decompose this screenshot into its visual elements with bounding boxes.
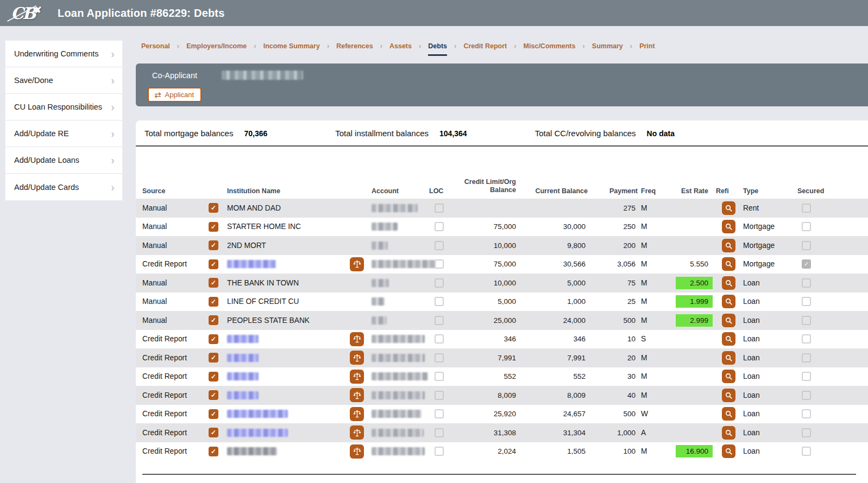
- loc-checkbox[interactable]: [435, 204, 444, 213]
- refi-search-icon[interactable]: [722, 239, 735, 252]
- institution-name-link-redacted[interactable]: [227, 410, 288, 418]
- include-checkbox[interactable]: ✓: [209, 334, 218, 344]
- loc-checkbox[interactable]: [435, 241, 444, 250]
- co-applicant-label: Co-Applicant: [152, 71, 197, 80]
- institution-name-link-redacted[interactable]: [227, 447, 277, 455]
- refi-search-icon[interactable]: [722, 370, 735, 383]
- sidebar-item-add-update-loans[interactable]: Add/Update Loans ›: [5, 147, 122, 174]
- include-checkbox[interactable]: ✓: [209, 353, 218, 363]
- dispute-scales-icon[interactable]: [350, 388, 364, 402]
- sidebar-item-save-done[interactable]: Save/Done ›: [5, 67, 122, 94]
- include-checkbox[interactable]: ✓: [209, 428, 218, 437]
- include-checkbox[interactable]: ✓: [209, 222, 218, 232]
- refi-search-icon[interactable]: [722, 314, 735, 327]
- loc-checkbox[interactable]: [435, 447, 444, 456]
- institution-name-link-redacted[interactable]: [227, 335, 259, 343]
- secured-checkbox[interactable]: [802, 391, 811, 400]
- include-checkbox[interactable]: ✓: [209, 278, 218, 288]
- cell-secured: ✓: [797, 259, 848, 269]
- secured-checkbox[interactable]: ✓: [802, 259, 811, 269]
- tab-personal[interactable]: Personal: [141, 42, 170, 54]
- institution-name-text: PEOPLES STATE BANK: [227, 316, 310, 325]
- dispute-scales-icon[interactable]: [350, 351, 364, 365]
- tab-summary[interactable]: Summary: [592, 42, 623, 54]
- refi-search-icon[interactable]: [722, 389, 735, 402]
- sidebar-menu: Underwriting Comments › Save/Done › CU L…: [5, 41, 122, 200]
- refi-search-icon[interactable]: [722, 257, 735, 271]
- institution-name-link-redacted[interactable]: [227, 354, 259, 362]
- loc-checkbox[interactable]: [435, 353, 444, 363]
- breadcrumb-separator-icon: ›: [630, 42, 632, 50]
- loc-checkbox[interactable]: [435, 259, 444, 269]
- cell-type: Loan: [741, 391, 797, 399]
- include-checkbox[interactable]: ✓: [209, 447, 218, 456]
- refi-search-icon[interactable]: [722, 220, 735, 233]
- loc-checkbox[interactable]: [435, 297, 444, 306]
- institution-name-link-redacted[interactable]: [227, 391, 259, 399]
- include-checkbox[interactable]: ✓: [209, 297, 218, 307]
- secured-checkbox[interactable]: [802, 428, 811, 437]
- secured-checkbox[interactable]: [802, 409, 811, 418]
- cell-loc: [429, 241, 457, 250]
- dispute-scales-icon[interactable]: [350, 444, 364, 459]
- include-checkbox[interactable]: ✓: [209, 390, 218, 400]
- institution-name-link-redacted[interactable]: [227, 260, 276, 268]
- tab-employers-income[interactable]: Employers/Income: [186, 42, 247, 54]
- tab-references[interactable]: References: [336, 42, 373, 54]
- secured-checkbox[interactable]: [802, 204, 811, 213]
- loc-checkbox[interactable]: [435, 222, 444, 231]
- secured-checkbox[interactable]: [802, 353, 811, 363]
- include-checkbox[interactable]: ✓: [209, 240, 218, 250]
- include-checkbox[interactable]: ✓: [209, 259, 218, 269]
- loc-checkbox[interactable]: [435, 391, 444, 400]
- secured-checkbox[interactable]: [802, 447, 811, 456]
- loc-checkbox[interactable]: [435, 409, 444, 418]
- secured-checkbox[interactable]: [802, 222, 811, 231]
- cell-account: [372, 242, 429, 250]
- loc-checkbox[interactable]: [435, 316, 444, 325]
- sidebar-item-underwriting-comments[interactable]: Underwriting Comments ›: [5, 41, 122, 67]
- loc-checkbox[interactable]: [435, 372, 444, 381]
- dispute-scales-icon[interactable]: [350, 425, 364, 440]
- tab-credit-report[interactable]: Credit Report: [463, 42, 507, 54]
- loc-checkbox[interactable]: [435, 278, 444, 288]
- refi-search-icon[interactable]: [722, 426, 735, 440]
- include-checkbox[interactable]: ✓: [209, 315, 218, 325]
- include-checkbox[interactable]: ✓: [209, 203, 218, 213]
- tab-assets[interactable]: Assets: [389, 42, 412, 54]
- sidebar-item-cu-loan-responsibilities[interactable]: CU Loan Responsibilities ›: [5, 94, 122, 120]
- dispute-scales-icon[interactable]: [350, 370, 364, 384]
- secured-checkbox[interactable]: [802, 278, 811, 288]
- refi-search-icon[interactable]: [722, 407, 735, 421]
- switch-to-applicant-button[interactable]: ⇄ Applicant: [148, 87, 202, 102]
- institution-name-text: STARTER HOME INC: [227, 223, 301, 231]
- loc-checkbox[interactable]: [435, 334, 444, 344]
- sidebar-item-add-update-re[interactable]: Add/Update RE ›: [5, 120, 122, 147]
- include-checkbox[interactable]: ✓: [209, 372, 218, 382]
- refi-search-icon[interactable]: [722, 295, 735, 308]
- tab-debts[interactable]: Debts: [428, 42, 447, 56]
- dispute-scales-icon[interactable]: [350, 332, 364, 346]
- refi-search-icon[interactable]: [722, 444, 735, 458]
- table-row: Manual✓2ND MORT10,0009,800200MMortgage: [136, 236, 868, 255]
- dispute-scales-icon[interactable]: [350, 257, 364, 271]
- tab-income-summary[interactable]: Income Summary: [263, 42, 320, 54]
- sidebar-item-add-update-cards[interactable]: Add/Update Cards ›: [5, 174, 122, 200]
- tab-misc-comments[interactable]: Misc/Comments: [524, 42, 576, 54]
- institution-name-link-redacted[interactable]: [227, 372, 259, 380]
- tab-print[interactable]: Print: [639, 42, 655, 54]
- include-checkbox[interactable]: ✓: [209, 409, 218, 419]
- cell-source: Credit Report: [142, 391, 209, 399]
- refi-search-icon[interactable]: [722, 276, 735, 290]
- refi-search-icon[interactable]: [722, 332, 735, 346]
- secured-checkbox[interactable]: [802, 334, 811, 344]
- institution-name-link-redacted[interactable]: [227, 429, 288, 437]
- refi-search-icon[interactable]: [722, 201, 735, 215]
- secured-checkbox[interactable]: [802, 241, 811, 250]
- loc-checkbox[interactable]: [435, 428, 444, 437]
- secured-checkbox[interactable]: [802, 372, 811, 381]
- secured-checkbox[interactable]: [802, 316, 811, 325]
- secured-checkbox[interactable]: [802, 297, 811, 306]
- dispute-scales-icon[interactable]: [350, 407, 364, 421]
- refi-search-icon[interactable]: [722, 351, 735, 365]
